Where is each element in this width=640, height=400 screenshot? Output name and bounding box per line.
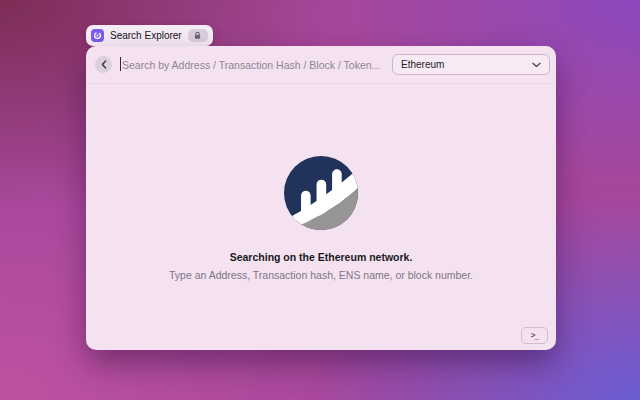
terminal-icon: >_ <box>531 331 539 340</box>
chevron-left-icon <box>101 60 107 69</box>
lock-icon <box>188 29 208 42</box>
desktop-background: Search Explorer Ethereum <box>0 0 640 400</box>
search-field-wrap <box>120 46 384 83</box>
text-caret <box>120 57 121 71</box>
network-status-title: Searching on the Ethereum network. <box>86 251 556 263</box>
search-header: Ethereum <box>86 46 556 84</box>
search-input[interactable] <box>120 59 384 71</box>
etherscan-logo-icon <box>284 156 358 230</box>
terminal-button[interactable]: >_ <box>521 327 548 344</box>
empty-state: Searching on the Ethereum network. Type … <box>86 156 556 281</box>
chevron-down-icon <box>532 62 541 68</box>
network-status-hint: Type an Address, Transaction hash, ENS n… <box>86 269 556 281</box>
back-button[interactable] <box>95 56 112 73</box>
network-select-value: Ethereum <box>401 59 444 70</box>
explorer-window: Ethereum Searching on the Ethereum netwo <box>86 46 556 350</box>
tab-title: Search Explorer <box>110 30 182 41</box>
window-tab[interactable]: Search Explorer <box>86 25 213 46</box>
network-select[interactable]: Ethereum <box>392 54 550 75</box>
app-icon <box>91 29 104 42</box>
